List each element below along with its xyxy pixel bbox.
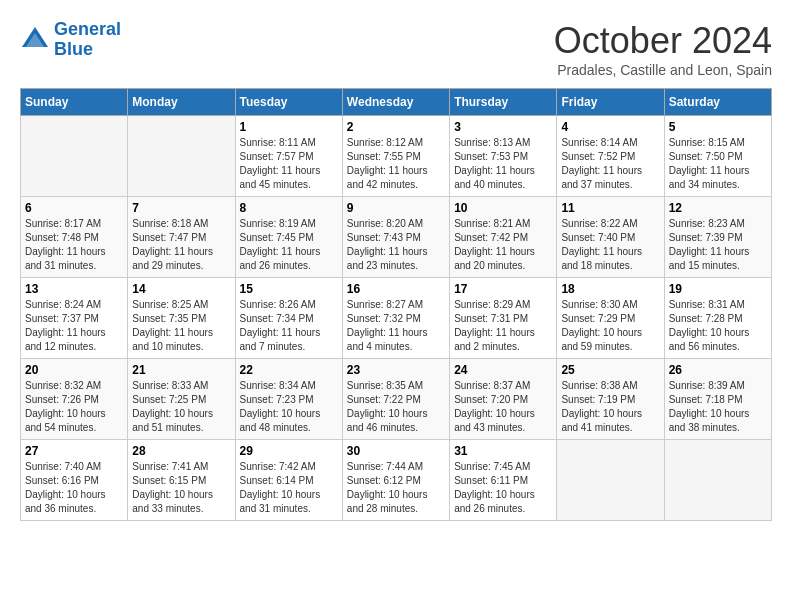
week-row-4: 20Sunrise: 8:32 AM Sunset: 7:26 PM Dayli…	[21, 359, 772, 440]
day-number: 14	[132, 282, 230, 296]
logo-icon	[20, 25, 50, 55]
calendar-cell: 26Sunrise: 8:39 AM Sunset: 7:18 PM Dayli…	[664, 359, 771, 440]
day-info: Sunrise: 8:15 AM Sunset: 7:50 PM Dayligh…	[669, 136, 767, 192]
day-number: 15	[240, 282, 338, 296]
page-header: General Blue October 2024 Pradales, Cast…	[20, 20, 772, 78]
calendar-cell	[664, 440, 771, 521]
location: Pradales, Castille and Leon, Spain	[554, 62, 772, 78]
calendar-cell: 14Sunrise: 8:25 AM Sunset: 7:35 PM Dayli…	[128, 278, 235, 359]
day-number: 21	[132, 363, 230, 377]
day-info: Sunrise: 8:14 AM Sunset: 7:52 PM Dayligh…	[561, 136, 659, 192]
weekday-header-wednesday: Wednesday	[342, 89, 449, 116]
day-info: Sunrise: 8:32 AM Sunset: 7:26 PM Dayligh…	[25, 379, 123, 435]
day-info: Sunrise: 8:29 AM Sunset: 7:31 PM Dayligh…	[454, 298, 552, 354]
weekday-header-monday: Monday	[128, 89, 235, 116]
calendar-cell: 24Sunrise: 8:37 AM Sunset: 7:20 PM Dayli…	[450, 359, 557, 440]
day-number: 7	[132, 201, 230, 215]
calendar-cell: 31Sunrise: 7:45 AM Sunset: 6:11 PM Dayli…	[450, 440, 557, 521]
day-info: Sunrise: 8:33 AM Sunset: 7:25 PM Dayligh…	[132, 379, 230, 435]
calendar-cell: 1Sunrise: 8:11 AM Sunset: 7:57 PM Daylig…	[235, 116, 342, 197]
calendar-cell: 28Sunrise: 7:41 AM Sunset: 6:15 PM Dayli…	[128, 440, 235, 521]
day-info: Sunrise: 8:31 AM Sunset: 7:28 PM Dayligh…	[669, 298, 767, 354]
weekday-header-thursday: Thursday	[450, 89, 557, 116]
calendar-cell: 5Sunrise: 8:15 AM Sunset: 7:50 PM Daylig…	[664, 116, 771, 197]
week-row-3: 13Sunrise: 8:24 AM Sunset: 7:37 PM Dayli…	[21, 278, 772, 359]
calendar-cell: 19Sunrise: 8:31 AM Sunset: 7:28 PM Dayli…	[664, 278, 771, 359]
logo-line1: General	[54, 19, 121, 39]
calendar-cell: 4Sunrise: 8:14 AM Sunset: 7:52 PM Daylig…	[557, 116, 664, 197]
day-info: Sunrise: 8:21 AM Sunset: 7:42 PM Dayligh…	[454, 217, 552, 273]
day-info: Sunrise: 8:13 AM Sunset: 7:53 PM Dayligh…	[454, 136, 552, 192]
calendar-body: 1Sunrise: 8:11 AM Sunset: 7:57 PM Daylig…	[21, 116, 772, 521]
calendar-cell: 27Sunrise: 7:40 AM Sunset: 6:16 PM Dayli…	[21, 440, 128, 521]
calendar-cell	[128, 116, 235, 197]
month-title: October 2024	[554, 20, 772, 62]
day-number: 17	[454, 282, 552, 296]
calendar-cell: 2Sunrise: 8:12 AM Sunset: 7:55 PM Daylig…	[342, 116, 449, 197]
day-info: Sunrise: 8:37 AM Sunset: 7:20 PM Dayligh…	[454, 379, 552, 435]
day-info: Sunrise: 7:41 AM Sunset: 6:15 PM Dayligh…	[132, 460, 230, 516]
weekday-header-tuesday: Tuesday	[235, 89, 342, 116]
day-info: Sunrise: 8:24 AM Sunset: 7:37 PM Dayligh…	[25, 298, 123, 354]
day-number: 2	[347, 120, 445, 134]
day-number: 22	[240, 363, 338, 377]
day-info: Sunrise: 7:42 AM Sunset: 6:14 PM Dayligh…	[240, 460, 338, 516]
day-number: 9	[347, 201, 445, 215]
week-row-5: 27Sunrise: 7:40 AM Sunset: 6:16 PM Dayli…	[21, 440, 772, 521]
day-number: 26	[669, 363, 767, 377]
logo-text: General Blue	[54, 20, 121, 60]
calendar-cell: 17Sunrise: 8:29 AM Sunset: 7:31 PM Dayli…	[450, 278, 557, 359]
day-number: 25	[561, 363, 659, 377]
day-info: Sunrise: 8:27 AM Sunset: 7:32 PM Dayligh…	[347, 298, 445, 354]
calendar-cell: 21Sunrise: 8:33 AM Sunset: 7:25 PM Dayli…	[128, 359, 235, 440]
logo-line2: Blue	[54, 39, 93, 59]
day-info: Sunrise: 8:23 AM Sunset: 7:39 PM Dayligh…	[669, 217, 767, 273]
day-number: 6	[25, 201, 123, 215]
day-info: Sunrise: 8:38 AM Sunset: 7:19 PM Dayligh…	[561, 379, 659, 435]
title-block: October 2024 Pradales, Castille and Leon…	[554, 20, 772, 78]
day-number: 3	[454, 120, 552, 134]
day-number: 30	[347, 444, 445, 458]
weekday-header-friday: Friday	[557, 89, 664, 116]
calendar-cell: 12Sunrise: 8:23 AM Sunset: 7:39 PM Dayli…	[664, 197, 771, 278]
day-number: 8	[240, 201, 338, 215]
calendar-cell: 10Sunrise: 8:21 AM Sunset: 7:42 PM Dayli…	[450, 197, 557, 278]
day-info: Sunrise: 8:25 AM Sunset: 7:35 PM Dayligh…	[132, 298, 230, 354]
day-info: Sunrise: 8:17 AM Sunset: 7:48 PM Dayligh…	[25, 217, 123, 273]
calendar-cell: 23Sunrise: 8:35 AM Sunset: 7:22 PM Dayli…	[342, 359, 449, 440]
calendar-cell	[21, 116, 128, 197]
day-number: 24	[454, 363, 552, 377]
day-info: Sunrise: 8:20 AM Sunset: 7:43 PM Dayligh…	[347, 217, 445, 273]
day-number: 23	[347, 363, 445, 377]
weekday-header-saturday: Saturday	[664, 89, 771, 116]
calendar-cell: 8Sunrise: 8:19 AM Sunset: 7:45 PM Daylig…	[235, 197, 342, 278]
day-info: Sunrise: 8:12 AM Sunset: 7:55 PM Dayligh…	[347, 136, 445, 192]
weekday-header-sunday: Sunday	[21, 89, 128, 116]
logo: General Blue	[20, 20, 121, 60]
day-info: Sunrise: 8:26 AM Sunset: 7:34 PM Dayligh…	[240, 298, 338, 354]
week-row-1: 1Sunrise: 8:11 AM Sunset: 7:57 PM Daylig…	[21, 116, 772, 197]
day-info: Sunrise: 7:45 AM Sunset: 6:11 PM Dayligh…	[454, 460, 552, 516]
day-number: 31	[454, 444, 552, 458]
calendar-cell: 18Sunrise: 8:30 AM Sunset: 7:29 PM Dayli…	[557, 278, 664, 359]
day-number: 29	[240, 444, 338, 458]
calendar-cell: 13Sunrise: 8:24 AM Sunset: 7:37 PM Dayli…	[21, 278, 128, 359]
calendar-cell: 29Sunrise: 7:42 AM Sunset: 6:14 PM Dayli…	[235, 440, 342, 521]
calendar-cell: 9Sunrise: 8:20 AM Sunset: 7:43 PM Daylig…	[342, 197, 449, 278]
day-number: 1	[240, 120, 338, 134]
weekday-row: SundayMondayTuesdayWednesdayThursdayFrid…	[21, 89, 772, 116]
day-number: 10	[454, 201, 552, 215]
calendar-cell: 22Sunrise: 8:34 AM Sunset: 7:23 PM Dayli…	[235, 359, 342, 440]
day-number: 5	[669, 120, 767, 134]
day-number: 27	[25, 444, 123, 458]
day-info: Sunrise: 8:35 AM Sunset: 7:22 PM Dayligh…	[347, 379, 445, 435]
calendar-cell: 30Sunrise: 7:44 AM Sunset: 6:12 PM Dayli…	[342, 440, 449, 521]
day-number: 11	[561, 201, 659, 215]
calendar-table: SundayMondayTuesdayWednesdayThursdayFrid…	[20, 88, 772, 521]
day-info: Sunrise: 8:39 AM Sunset: 7:18 PM Dayligh…	[669, 379, 767, 435]
day-number: 18	[561, 282, 659, 296]
calendar-cell: 15Sunrise: 8:26 AM Sunset: 7:34 PM Dayli…	[235, 278, 342, 359]
day-number: 28	[132, 444, 230, 458]
day-number: 12	[669, 201, 767, 215]
calendar-header: SundayMondayTuesdayWednesdayThursdayFrid…	[21, 89, 772, 116]
